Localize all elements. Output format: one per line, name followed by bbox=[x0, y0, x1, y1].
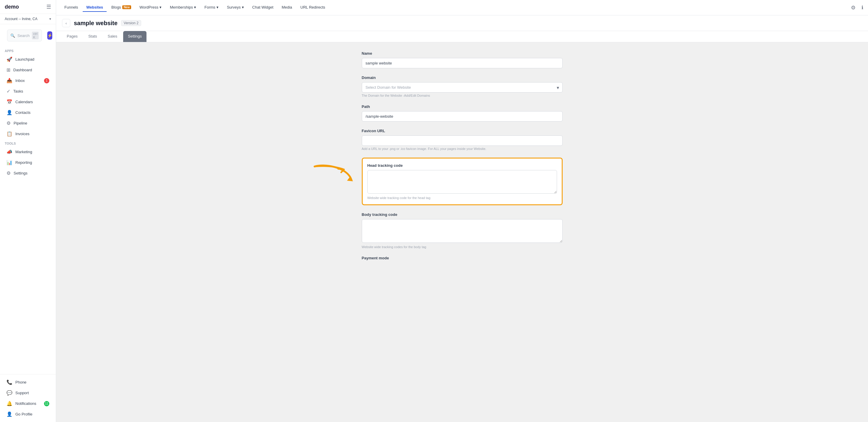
dropdown-arrow-icon: ▾ bbox=[194, 5, 196, 9]
nav-label: Surveys bbox=[227, 5, 241, 9]
sidebar-item-label: Invoices bbox=[16, 132, 30, 136]
nav-item-urlredirects[interactable]: URL Redirects bbox=[297, 3, 329, 12]
tab-settings[interactable]: Settings bbox=[123, 31, 147, 42]
sidebar-item-inbox[interactable]: 📥 Inbox 1 bbox=[2, 76, 54, 86]
hamburger-icon[interactable]: ☰ bbox=[46, 4, 51, 10]
nav-label: Chat Widget bbox=[252, 5, 274, 9]
version-badge: Version 2 bbox=[121, 20, 141, 26]
svg-marker-0 bbox=[347, 176, 353, 181]
sidebar-bottom: 📞 Phone 💬 Support 🔔 Notifications 11 👤 G… bbox=[0, 374, 56, 422]
favicon-label: Favicon URL bbox=[362, 129, 563, 133]
tab-sales[interactable]: Sales bbox=[103, 31, 122, 42]
page-title: sample website bbox=[74, 20, 118, 27]
nav-item-wordpress[interactable]: WordPress ▾ bbox=[136, 3, 165, 12]
sidebar-item-label: Pipeline bbox=[13, 121, 27, 125]
nav-item-surveys[interactable]: Surveys ▾ bbox=[223, 3, 247, 12]
favicon-hint: Add a URL to your .png or .ico favicon i… bbox=[362, 147, 563, 150]
sidebar-item-calendars[interactable]: 📅 Calendars bbox=[2, 97, 54, 107]
tools-section-label: Tools bbox=[0, 139, 56, 146]
nav-item-funnels[interactable]: Funnels bbox=[61, 3, 82, 12]
top-nav: Funnels Websites Blogs New WordPress ▾ M… bbox=[56, 0, 868, 16]
tabs-bar: Pages Stats Sales Settings bbox=[56, 31, 868, 42]
search-icon: 🔍 bbox=[10, 33, 15, 38]
inbox-badge: 1 bbox=[44, 78, 49, 83]
sidebar-item-invoices[interactable]: 📋 Invoices bbox=[2, 129, 54, 139]
settings-form: Name Domain Select Domain for Website Th… bbox=[356, 51, 568, 260]
sidebar-item-notifications[interactable]: 🔔 Notifications 11 bbox=[2, 398, 54, 409]
domain-group: Domain Select Domain for Website The Dom… bbox=[362, 76, 563, 97]
notifications-badge: 11 bbox=[44, 401, 49, 406]
nav-label: Blogs bbox=[111, 5, 121, 9]
nav-label: Forms bbox=[205, 5, 215, 9]
body-tracking-textarea[interactable] bbox=[362, 219, 563, 243]
dashboard-icon: ⊞ bbox=[6, 67, 10, 73]
sidebar-item-marketing[interactable]: 📣 Marketing bbox=[2, 147, 54, 157]
nav-item-forms[interactable]: Forms ▾ bbox=[201, 3, 222, 12]
sidebar-item-support[interactable]: 💬 Support bbox=[2, 388, 54, 398]
apps-section: Apps 🚀 Launchpad ⊞ Dashboard 📥 Inbox 1 ✓… bbox=[0, 47, 56, 139]
sidebar-item-settings[interactable]: ⚙ Settings bbox=[2, 168, 54, 178]
sidebar-item-tasks[interactable]: ✓ Tasks bbox=[2, 86, 54, 96]
tasks-icon: ✓ bbox=[6, 88, 10, 94]
nav-label: WordPress bbox=[140, 5, 158, 9]
launchpad-icon: 🚀 bbox=[6, 56, 12, 62]
phone-icon: 📞 bbox=[6, 379, 12, 385]
support-icon: 💬 bbox=[6, 390, 12, 396]
path-group: Path bbox=[362, 104, 563, 121]
head-tracking-textarea[interactable] bbox=[367, 170, 557, 194]
sidebar-item-phone[interactable]: 📞 Phone bbox=[2, 377, 54, 387]
nav-item-media[interactable]: Media bbox=[278, 3, 296, 12]
dropdown-arrow-icon: ▾ bbox=[216, 5, 219, 9]
tab-stats[interactable]: Stats bbox=[84, 31, 102, 42]
favicon-input[interactable] bbox=[362, 136, 563, 146]
arrow-annotation bbox=[309, 164, 359, 188]
nav-label: Websites bbox=[86, 5, 103, 9]
sidebar-item-label: Contacts bbox=[16, 110, 30, 115]
back-button[interactable]: ‹ bbox=[62, 19, 70, 27]
info-icon[interactable]: ℹ bbox=[862, 5, 863, 10]
invoices-icon: 📋 bbox=[6, 131, 12, 137]
sidebar-item-reporting[interactable]: 📊 Reporting bbox=[2, 157, 54, 168]
nav-item-websites[interactable]: Websites bbox=[83, 3, 106, 12]
sidebar-item-label: Launchpad bbox=[16, 57, 34, 61]
sidebar-item-pipeline[interactable]: ⚙ Pipeline bbox=[2, 118, 54, 128]
domain-select[interactable]: Select Domain for Website bbox=[362, 82, 563, 92]
body-tracking-label: Body tracking code bbox=[362, 212, 563, 217]
name-group: Name bbox=[362, 51, 563, 68]
sidebar-item-label: Phone bbox=[16, 380, 27, 385]
domain-select-wrapper: Select Domain for Website bbox=[362, 82, 563, 92]
logo-text: demo bbox=[5, 4, 19, 10]
name-input[interactable] bbox=[362, 58, 563, 68]
path-input[interactable] bbox=[362, 111, 563, 121]
payment-mode-label: Payment mode bbox=[362, 256, 563, 260]
sidebar-item-profile[interactable]: 👤 Go Profile bbox=[2, 409, 54, 419]
page-header: ‹ sample website Version 2 bbox=[56, 16, 868, 31]
sidebar-item-launchpad[interactable]: 🚀 Launchpad bbox=[2, 54, 54, 64]
content-area: Name Domain Select Domain for Website Th… bbox=[56, 42, 868, 422]
search-bar[interactable]: 🔍 Search ctrl K bbox=[7, 30, 42, 41]
calendars-icon: 📅 bbox=[6, 99, 12, 105]
lightning-button[interactable]: ⚡ bbox=[47, 31, 52, 39]
search-shortcut: ctrl K bbox=[32, 32, 39, 39]
sidebar-item-dashboard[interactable]: ⊞ Dashboard bbox=[2, 65, 54, 75]
sidebar: demo ☰ Account -- Irvine, CA ▾ 🔍 Search … bbox=[0, 0, 56, 422]
sidebar-item-label: Dashboard bbox=[13, 68, 32, 72]
nav-item-chatwidget[interactable]: Chat Widget bbox=[249, 3, 277, 12]
gear-icon[interactable]: ⚙ bbox=[851, 4, 856, 11]
account-selector[interactable]: Account -- Irvine, CA ▾ bbox=[0, 14, 56, 24]
search-label: Search bbox=[18, 33, 30, 38]
nav-label: Funnels bbox=[64, 5, 78, 9]
sidebar-item-label: Go Profile bbox=[16, 412, 32, 416]
payment-mode-group: Payment mode bbox=[362, 256, 563, 260]
nav-item-memberships[interactable]: Memberships ▾ bbox=[166, 3, 200, 12]
nav-item-blogs[interactable]: Blogs New bbox=[108, 3, 135, 12]
head-tracking-group: Head tracking code Website wide tracking… bbox=[362, 158, 563, 205]
sidebar-item-contacts[interactable]: 👤 Contacts bbox=[2, 107, 54, 118]
main-area: Funnels Websites Blogs New WordPress ▾ M… bbox=[56, 0, 868, 422]
dropdown-arrow-icon: ▾ bbox=[159, 5, 161, 9]
account-text: Account -- Irvine, CA bbox=[5, 17, 37, 21]
sidebar-item-label: Settings bbox=[13, 171, 28, 175]
tab-pages[interactable]: Pages bbox=[62, 31, 83, 42]
favicon-group: Favicon URL Add a URL to your .png or .i… bbox=[362, 129, 563, 150]
back-arrow-icon: ‹ bbox=[66, 21, 67, 25]
